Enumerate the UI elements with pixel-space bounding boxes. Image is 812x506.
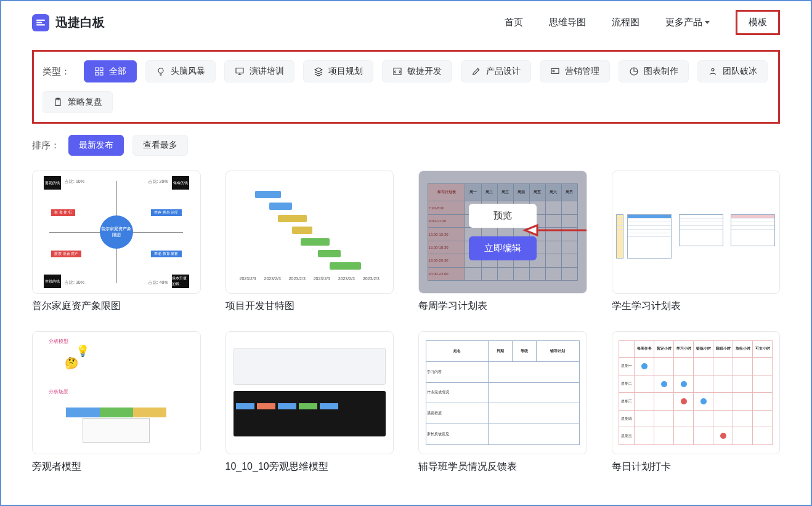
nav-more-label: 更多产品	[665, 17, 702, 28]
svg-point-8	[553, 70, 554, 72]
svg-rect-0	[95, 68, 99, 71]
filter-project[interactable]: 项目规划	[303, 60, 373, 82]
svg-point-4	[158, 68, 163, 73]
megaphone-icon	[550, 66, 560, 76]
main-nav: 首页 思维导图 流程图 更多产品 模板	[505, 10, 780, 35]
template-title: 10_10_10旁观思维模型	[225, 460, 394, 473]
filter-brainstorm[interactable]: 头脑风暴	[145, 60, 216, 82]
brand: 迅捷白板	[32, 14, 105, 31]
filter-all-label: 全部	[109, 66, 126, 77]
filter-brainstorm-label: 头脑风暴	[171, 66, 205, 77]
chevron-down-icon	[705, 21, 710, 24]
filter-chart[interactable]: 图表制作	[619, 60, 689, 82]
nav-templates[interactable]: 模板	[736, 10, 780, 35]
filter-present[interactable]: 演讲培训	[224, 60, 294, 82]
template-thumb: 普尔家庭资产象限图 要花的钱 保命的钱 生钱的钱 保本升值的钱 占比: 10% …	[32, 171, 201, 294]
layers-icon	[314, 66, 323, 76]
logo-icon	[32, 14, 49, 31]
code-icon	[392, 66, 402, 76]
filter-chart-label: 图表制作	[644, 66, 678, 77]
template-title: 项目开发甘特图	[225, 300, 394, 313]
pen-icon	[471, 66, 481, 76]
filter-all[interactable]: 全部	[84, 60, 137, 82]
template-title: 每日计划打卡	[612, 460, 781, 473]
template-thumb: 2023/2/3 2023/2/3 2023/2/3 2023/2/3 2023…	[225, 171, 394, 294]
presentation-icon	[235, 66, 245, 76]
filter-agile[interactable]: 敏捷开发	[382, 60, 452, 82]
brand-title: 迅捷白板	[55, 14, 105, 31]
svg-rect-5	[236, 68, 243, 73]
template-thumb: 姓名日期等级辅导计划 学习内容 作业完成情况 满意程度 家长反馈意见	[418, 331, 587, 454]
svg-rect-3	[100, 72, 103, 75]
filter-project-label: 项目规划	[328, 66, 363, 77]
template-title: 学生学习计划表	[612, 300, 781, 313]
svg-rect-1	[100, 68, 103, 71]
preview-button[interactable]: 预览	[469, 204, 537, 228]
filter-agile-label: 敏捷开发	[407, 66, 442, 77]
nav-mindmap[interactable]: 思维导图	[549, 17, 586, 28]
template-title: 旁观者模型	[32, 460, 201, 473]
chart-icon	[629, 66, 639, 76]
template-card[interactable]: 学习计划表 周一周二周三周四周五周六周日 7:30-8:30 9:00-11:3…	[418, 171, 587, 313]
filter-label: 类型：	[43, 66, 70, 78]
filter-panel: 类型： 全部 头脑风暴 演讲培训 项目规划 敏捷开发 产品设计 营销管理	[32, 50, 780, 124]
template-card[interactable]: 2023/2/3 2023/2/3 2023/2/3 2023/2/3 2023…	[225, 171, 394, 313]
template-title: 普尔家庭资产象限图	[32, 300, 201, 313]
nav-more-products[interactable]: 更多产品	[665, 17, 710, 28]
filter-marketing-label: 营销管理	[565, 66, 599, 77]
template-card[interactable]: 普尔家庭资产象限图 要花的钱 保命的钱 生钱的钱 保本升值的钱 占比: 10% …	[32, 171, 201, 313]
filter-marketing[interactable]: 营销管理	[540, 60, 610, 82]
filter-team-label: 团队破冰	[723, 66, 757, 77]
edit-button[interactable]: 立即编辑	[469, 236, 537, 260]
template-grid: 普尔家庭资产象限图 要花的钱 保命的钱 生钱的钱 保本升值的钱 占比: 10% …	[1, 156, 811, 473]
template-card[interactable]: 分析模型 分析场景 💡 🤔 旁观者模型	[32, 331, 201, 473]
bulb-icon	[156, 66, 166, 76]
svg-point-10	[712, 68, 714, 71]
template-thumb: 分析模型 分析场景 💡 🤔	[32, 331, 201, 454]
template-card[interactable]: 学生学习计划表	[612, 171, 781, 313]
sort-latest[interactable]: 最新发布	[68, 135, 124, 156]
sort-label: 排序：	[32, 140, 60, 151]
nav-home[interactable]: 首页	[505, 17, 523, 28]
template-thumb: 学习计划表 周一周二周三周四周五周六周日 7:30-8:30 9:00-11:3…	[418, 171, 587, 294]
filter-present-label: 演讲培训	[250, 66, 284, 77]
sort-row: 排序： 最新发布 查看最多	[32, 135, 780, 156]
grid-icon	[94, 66, 104, 76]
template-card[interactable]: 10_10_10旁观思维模型	[225, 331, 394, 473]
hover-overlay: 预览 立即编辑	[419, 171, 587, 293]
clipboard-icon	[53, 97, 63, 107]
filter-product-label: 产品设计	[486, 66, 521, 77]
filter-strategy-label: 策略复盘	[68, 97, 102, 108]
svg-rect-2	[95, 72, 99, 75]
template-card[interactable]: 每周任务暂定小时学习小时锻炼小时睡眠小时放松小时可支小时 星期一 星期二 星期三…	[612, 331, 781, 473]
template-thumb: 每周任务暂定小时学习小时锻炼小时睡眠小时放松小时可支小时 星期一 星期二 星期三…	[612, 331, 781, 454]
team-icon	[708, 66, 718, 76]
sort-most-viewed[interactable]: 查看最多	[132, 135, 188, 156]
template-title: 每周学习计划表	[418, 300, 587, 313]
template-thumb	[612, 171, 781, 294]
topbar: 迅捷白板 首页 思维导图 流程图 更多产品 模板	[1, 1, 811, 44]
filter-strategy[interactable]: 策略复盘	[43, 91, 113, 113]
template-thumb	[225, 331, 394, 454]
template-card[interactable]: 姓名日期等级辅导计划 学习内容 作业完成情况 满意程度 家长反馈意见 辅导班学员…	[418, 331, 587, 473]
filter-product[interactable]: 产品设计	[461, 60, 531, 82]
nav-flowchart[interactable]: 流程图	[612, 17, 639, 28]
template-title: 辅导班学员情况反馈表	[418, 460, 587, 473]
filter-team[interactable]: 团队破冰	[697, 60, 768, 82]
